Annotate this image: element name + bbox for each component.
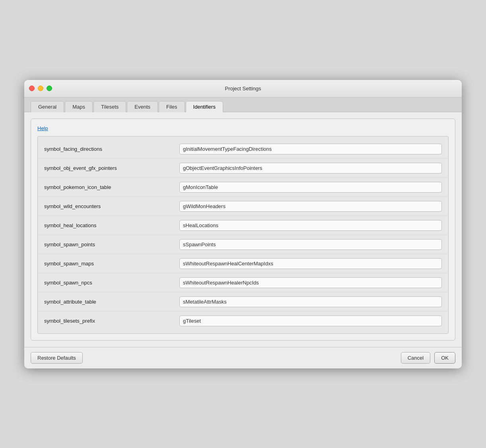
field-row: symbol_attribute_table [38, 292, 448, 312]
field-label: symbol_facing_directions [44, 146, 179, 152]
field-row: symbol_obj_event_gfx_pointers [38, 159, 448, 178]
field-label: symbol_tilesets_prefix [44, 318, 179, 324]
bottom-right-buttons: Cancel OK [401, 352, 455, 364]
tab-maps[interactable]: Maps [65, 101, 93, 112]
field-input[interactable] [179, 220, 442, 231]
field-row: symbol_facing_directions [38, 140, 448, 159]
tab-files[interactable]: Files [159, 101, 185, 112]
field-row: symbol_wild_encounters [38, 197, 448, 216]
main-window: Project Settings General Maps Tilesets E… [24, 80, 462, 368]
field-input[interactable] [179, 316, 442, 326]
field-input[interactable] [179, 163, 442, 173]
restore-defaults-button[interactable]: Restore Defaults [31, 352, 83, 364]
help-link[interactable]: Help [37, 125, 48, 131]
minimize-button[interactable] [38, 86, 43, 91]
field-label: symbol_obj_event_gfx_pointers [44, 165, 179, 171]
fields-container[interactable]: symbol_facing_directionssymbol_obj_event… [37, 136, 449, 334]
field-row: symbol_pokemon_icon_table [38, 178, 448, 197]
ok-button[interactable]: OK [434, 352, 455, 364]
field-input[interactable] [179, 201, 442, 212]
field-row: symbol_spawn_maps [38, 254, 448, 273]
field-input[interactable] [179, 277, 442, 288]
tab-tilesets[interactable]: Tilesets [93, 101, 126, 112]
field-row: symbol_spawn_points [38, 235, 448, 254]
field-label: symbol_spawn_maps [44, 261, 179, 267]
field-input[interactable] [179, 296, 442, 307]
tab-events[interactable]: Events [127, 101, 158, 112]
field-label: symbol_pokemon_icon_table [44, 184, 179, 190]
bottom-bar: Restore Defaults Cancel OK [24, 347, 462, 368]
field-label: symbol_wild_encounters [44, 203, 179, 209]
close-button[interactable] [29, 86, 35, 91]
tab-general[interactable]: General [31, 101, 64, 112]
field-input[interactable] [179, 144, 442, 154]
field-label: symbol_spawn_points [44, 242, 179, 247]
field-label: symbol_heal_locations [44, 222, 179, 228]
field-input[interactable] [179, 239, 442, 250]
maximize-button[interactable] [47, 86, 52, 91]
titlebar: Project Settings [24, 80, 462, 97]
field-row: symbol_spawn_npcs [38, 273, 448, 292]
settings-panel: Help symbol_facing_directionssymbol_obj_… [31, 119, 455, 341]
field-row: symbol_tilesets_prefix [38, 312, 448, 330]
tab-identifiers[interactable]: Identifiers [186, 101, 223, 112]
cancel-button[interactable]: Cancel [401, 352, 430, 364]
field-label: symbol_attribute_table [44, 299, 179, 305]
window-title: Project Settings [225, 86, 261, 92]
field-input[interactable] [179, 182, 442, 193]
field-label: symbol_spawn_npcs [44, 280, 179, 286]
content-area: Help symbol_facing_directionssymbol_obj_… [24, 112, 462, 347]
field-row: symbol_heal_locations [38, 216, 448, 235]
window-controls [29, 86, 52, 91]
field-input[interactable] [179, 258, 442, 269]
tabs-bar: General Maps Tilesets Events Files Ident… [24, 97, 462, 112]
